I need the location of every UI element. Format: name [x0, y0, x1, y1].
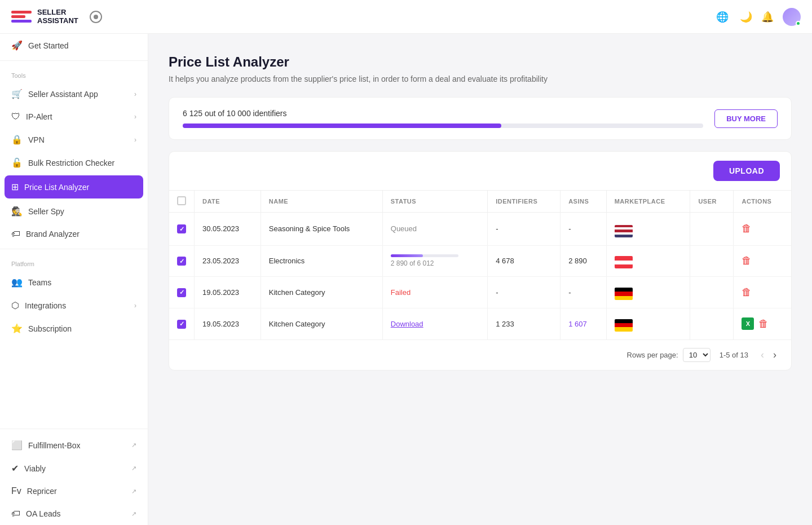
- sidebar-label-ip-alert: IP-Alert: [26, 112, 129, 121]
- external-link-icon: ↗: [131, 465, 136, 472]
- row-checkbox[interactable]: [177, 257, 186, 266]
- sidebar-label-seller-assistant-app: Seller Assistant App: [28, 90, 129, 99]
- row-date: 23.05.2023: [195, 245, 261, 277]
- dark-mode-toggle[interactable]: 🌙: [740, 11, 752, 23]
- progress-bar-fill: [183, 123, 501, 128]
- row-marketplace: [606, 213, 690, 246]
- progress-label-inline: 2 890 of 6 012: [391, 259, 480, 267]
- sidebar-item-brand-analyzer[interactable]: 🏷 Brand Analyzer: [0, 223, 148, 245]
- chevron-right-icon: ›: [134, 90, 136, 98]
- delete-button[interactable]: 🗑: [742, 223, 752, 235]
- sidebar-item-price-list-analyzer[interactable]: ⊞ Price List Analyzer: [5, 175, 143, 198]
- sidebar-item-vpn[interactable]: 🔒 VPN ›: [0, 128, 148, 151]
- language-flag[interactable]: 🌐: [714, 8, 731, 25]
- row-actions: 🗑: [734, 213, 791, 246]
- shop-icon: 🛒: [11, 89, 23, 99]
- row-marketplace: [606, 308, 690, 339]
- table-row: 30.05.2023Seasoning & Spice ToolsQueued-…: [169, 213, 791, 246]
- sidebar-item-viably[interactable]: ✔ Viably ↗: [0, 457, 148, 480]
- sidebar-label-get-started: Get Started: [28, 41, 136, 50]
- sidebar-item-fulfillment-box[interactable]: ⬜ Fulfillment-Box ↗: [0, 434, 148, 457]
- sidebar-item-integrations[interactable]: ⬡ Integrations ›: [0, 294, 148, 317]
- col-actions: ACTIONS: [734, 191, 791, 213]
- team-icon: 👥: [11, 277, 23, 288]
- logo: SELLER ASSISTANT: [11, 7, 78, 27]
- sidebar-item-seller-spy[interactable]: 🕵 Seller Spy: [0, 200, 148, 223]
- rows-per-page-label: Rows per page:: [627, 351, 678, 359]
- row-checkbox-cell: [169, 213, 195, 246]
- row-checkbox[interactable]: [177, 320, 186, 329]
- sidebar-label-oa-leads: OA Leads: [26, 509, 126, 518]
- page-title: Price List Analyzer: [169, 54, 792, 70]
- sidebar: 🚀 Get Started Tools 🛒 Seller Assistant A…: [0, 34, 148, 525]
- row-checkbox[interactable]: [177, 288, 186, 297]
- chevron-right-icon: ›: [134, 302, 136, 310]
- sidebar-item-subscription[interactable]: ⭐ Subscription: [0, 317, 148, 340]
- sidebar-item-seller-assistant-app[interactable]: 🛒 Seller Assistant App ›: [0, 82, 148, 105]
- progress-info: 6 125 out of 10 000 identifiers: [183, 109, 703, 128]
- external-link-icon: ↗: [131, 488, 136, 495]
- row-user: [690, 308, 734, 339]
- flag-de: [615, 288, 633, 300]
- header-right: 🌐 🌙 🔔: [714, 8, 801, 26]
- select-all-checkbox[interactable]: [177, 196, 186, 205]
- section-label-tools: Tools: [0, 64, 148, 82]
- prev-page-button[interactable]: ‹: [757, 348, 767, 362]
- rows-per-page-select[interactable]: 10 25 50: [683, 348, 710, 362]
- sidebar-divider-2: [0, 249, 148, 249]
- sidebar-label-brand-analyzer: Brand Analyzer: [26, 230, 136, 239]
- page-info: 1-5 of 13: [720, 351, 748, 359]
- row-marketplace: [606, 277, 690, 308]
- tag-icon: 🏷: [11, 509, 20, 519]
- upload-button[interactable]: UPLOAD: [713, 161, 780, 181]
- row-actions: 🗑: [734, 277, 791, 308]
- row-name: Seasoning & Spice Tools: [261, 213, 382, 246]
- record-button[interactable]: [90, 11, 102, 23]
- avatar[interactable]: [783, 8, 801, 26]
- chevron-right-icon: ›: [134, 136, 136, 144]
- row-checkbox-cell: [169, 245, 195, 277]
- delete-button[interactable]: 🗑: [742, 255, 752, 267]
- sidebar-label-repricer: Repricer: [27, 487, 126, 496]
- row-name: Kitchen Category: [261, 277, 382, 308]
- col-asins: ASINS: [561, 191, 607, 213]
- table-row: 23.05.2023Electronics 2 890 of 6 012 4 6…: [169, 245, 791, 277]
- grid-icon: ⊞: [11, 182, 19, 192]
- delete-button[interactable]: 🗑: [742, 286, 752, 298]
- sidebar-label-integrations: Integrations: [25, 301, 129, 310]
- row-status: 2 890 of 6 012: [382, 245, 488, 277]
- col-identifiers: IDENTIFIERS: [488, 191, 561, 213]
- sidebar-item-repricer[interactable]: Fv Repricer ↗: [0, 480, 148, 502]
- sidebar-label-bulk-restriction-checker: Bulk Restriction Checker: [28, 158, 136, 167]
- row-asins: 1 607: [561, 308, 607, 339]
- progress-label: 6 125 out of 10 000 identifiers: [183, 109, 703, 118]
- rows-per-page: Rows per page: 10 25 50: [627, 348, 710, 362]
- notifications-bell[interactable]: 🔔: [761, 11, 774, 23]
- main-content: Price List Analyzer It helps you analyze…: [148, 34, 812, 525]
- sidebar-label-vpn: VPN: [28, 135, 129, 144]
- row-status: Failed: [382, 277, 488, 308]
- repricer-icon: Fv: [11, 486, 21, 496]
- row-user: [690, 245, 734, 277]
- progress-bar-fill: [391, 254, 423, 257]
- row-asins: -: [561, 277, 607, 308]
- sidebar-item-ip-alert[interactable]: 🛡 IP-Alert ›: [0, 105, 148, 128]
- sidebar-item-teams[interactable]: 👥 Teams: [0, 271, 148, 294]
- buy-more-button[interactable]: BUY MORE: [714, 109, 778, 128]
- row-checkbox[interactable]: [177, 224, 186, 233]
- sidebar-item-bulk-restriction-checker[interactable]: 🔓 Bulk Restriction Checker: [0, 151, 148, 174]
- progress-bar-bg: [391, 254, 458, 257]
- lock-icon: 🔓: [11, 157, 23, 168]
- sidebar-label-seller-spy: Seller Spy: [28, 207, 136, 216]
- status-download[interactable]: Download: [391, 320, 423, 328]
- next-page-button[interactable]: ›: [770, 348, 780, 362]
- delete-button[interactable]: 🗑: [758, 318, 769, 330]
- row-checkbox-cell: [169, 277, 195, 308]
- col-marketplace: MARKETPLACE: [606, 191, 690, 213]
- excel-download-icon[interactable]: X: [742, 317, 754, 330]
- table-toolbar: UPLOAD: [169, 152, 791, 190]
- sidebar-item-get-started[interactable]: 🚀 Get Started: [0, 34, 148, 57]
- row-identifiers: 4 678: [488, 245, 561, 277]
- spy-icon: 🕵: [11, 206, 23, 217]
- sidebar-item-oa-leads[interactable]: 🏷 OA Leads ↗: [0, 502, 148, 525]
